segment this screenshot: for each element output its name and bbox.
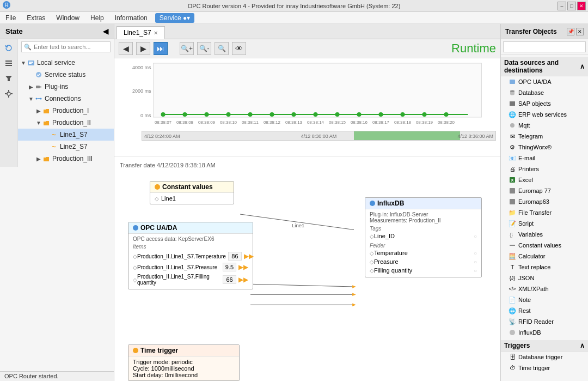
tree-item-line2-s7[interactable]: ~ Line2_S7 — [18, 141, 114, 153]
opc-access-label: OPC access data: KepServerEX6 — [133, 236, 248, 242]
tree-toggle[interactable]: ▼ — [35, 120, 42, 126]
tree-item-local-service[interactable]: ▼ Local service — [18, 57, 114, 69]
tree-toggle[interactable]: ▶ — [35, 156, 42, 162]
item-database-trigger-label: Database trigger — [518, 354, 562, 360]
service-button[interactable]: Service ●▾ — [155, 13, 195, 23]
item-time-trigger[interactable]: ⏱ Time trigger — [501, 362, 588, 373]
item-rest[interactable]: 🌐 Rest — [501, 305, 588, 316]
tree-item-production-i[interactable]: ▶ Production_I — [18, 105, 114, 117]
nav-icon[interactable] — [2, 57, 15, 70]
svg-marker-60 — [352, 293, 356, 296]
titlebar: R OPC Router version 4 - Provided for in… — [0, 0, 588, 12]
item-telegram[interactable]: ✉ Telegram — [501, 131, 588, 142]
settings-icon[interactable] — [2, 87, 15, 100]
menu-file[interactable]: File — [2, 13, 19, 23]
nav-prev-button[interactable]: ◀ — [119, 42, 133, 55]
item-json[interactable]: {J} JSON — [501, 273, 588, 283]
svg-point-33 — [292, 112, 296, 117]
collapse-arrow[interactable]: ◀ — [103, 27, 108, 35]
time-trigger-icon: ⏱ — [509, 364, 516, 372]
svg-text:08:38:10: 08:38:10 — [220, 120, 237, 125]
svg-point-38 — [401, 112, 405, 117]
item-mqtt[interactable]: Mqtt — [501, 120, 588, 131]
zoom-out-button[interactable]: 🔍- — [197, 42, 211, 55]
binoculars-button[interactable]: 👁 — [232, 42, 246, 55]
pin-button[interactable]: 📌 — [567, 28, 574, 35]
menu-help[interactable]: Help — [87, 13, 107, 23]
item-erp[interactable]: 🌐 ERP web services — [501, 109, 588, 120]
item-rfid[interactable]: 📡 RFID Reader — [501, 316, 588, 327]
item-printers[interactable]: 🖨 Printers — [501, 164, 588, 174]
svg-point-17 — [36, 98, 38, 100]
tree-item-connections[interactable]: ▼ Connections — [18, 93, 114, 105]
svg-text:{}: {} — [510, 232, 513, 238]
item-variables[interactable]: {} Variables — [501, 229, 588, 240]
item-opc-label: OPC UA/DA — [518, 78, 552, 85]
svg-point-34 — [314, 112, 318, 117]
item-text-replace[interactable]: T Text replace — [501, 262, 588, 273]
tree-toggle[interactable]: ▼ — [28, 96, 34, 102]
influx-felder-2-name: Preasure — [374, 258, 399, 265]
nav-next-button[interactable]: ▶ — [136, 42, 150, 55]
tree-item-line1-s7[interactable]: ~ Line1_S7 — [18, 129, 114, 141]
item-note[interactable]: 📄 Note — [501, 294, 588, 305]
zoom-in-button[interactable]: 🔍+ — [180, 42, 194, 55]
variables-icon: {} — [509, 231, 516, 238]
tree-item-production-ii[interactable]: ▼ Production_II — [18, 117, 114, 129]
zoom-fit-button[interactable]: 🔍 — [215, 42, 229, 55]
refresh-icon[interactable] — [2, 41, 15, 55]
menu-window[interactable]: Window — [53, 13, 83, 23]
tree-item-plugins[interactable]: ▶ Plug-ins — [18, 81, 114, 93]
item-calculator[interactable]: 🧮 Calculator — [501, 251, 588, 262]
panel-close-button[interactable]: ✕ — [576, 28, 584, 35]
tab-close-icon[interactable]: ✕ — [154, 30, 158, 36]
close-button[interactable]: ✕ — [577, 2, 586, 10]
item-script[interactable]: 📝 Script — [501, 218, 588, 229]
content-toolbar: ◀ ▶ ⏭ 🔍+ 🔍- 🔍 👁 Runtime — [114, 39, 500, 58]
printers-icon: 🖨 — [509, 165, 516, 173]
triggers-header[interactable]: Triggers ∧ — [501, 340, 588, 352]
item-influxdb[interactable]: InfluxDB — [501, 327, 588, 338]
tab-bar: Line1_S7 ✕ — [114, 24, 500, 39]
svg-point-66 — [510, 123, 514, 128]
item-database-trigger[interactable]: 🗄 Database trigger — [501, 352, 588, 362]
folder-icon — [42, 106, 51, 115]
tree-toggle[interactable]: ▶ — [28, 84, 34, 90]
maximize-button[interactable]: □ — [567, 2, 576, 10]
tab-line1-s7[interactable]: Line1_S7 ✕ — [117, 26, 165, 39]
nav-last-button[interactable]: ⏭ — [154, 42, 168, 55]
svg-rect-26 — [154, 63, 482, 117]
menu-extras[interactable]: Extras — [23, 13, 48, 23]
search-input[interactable] — [21, 41, 111, 52]
item-file-transfer[interactable]: 📁 File Transfer — [501, 207, 588, 218]
item-sap[interactable]: SAP objects — [501, 98, 588, 109]
data-sources-header[interactable]: Data sources and destinations ∧ — [501, 57, 588, 76]
tree-label-line2-s7: Line2_S7 — [60, 143, 88, 150]
item-opc-ua-da[interactable]: OPC UA/DA — [501, 76, 588, 87]
right-search-input[interactable] — [503, 41, 586, 52]
opc-box: OPC UA/DA OPC access data: KepServerEX6 … — [128, 222, 253, 289]
tree-toggle[interactable]: ▼ — [20, 60, 27, 66]
thingworx-icon: ⚙ — [509, 143, 516, 151]
menu-information[interactable]: Information — [112, 13, 151, 23]
item-email[interactable]: 📧 E-mail — [501, 153, 588, 164]
svg-text:08:38:19: 08:38:19 — [416, 120, 433, 125]
item-euromap63[interactable]: Euromap63 — [501, 196, 588, 207]
item-excel[interactable]: X Excel — [501, 174, 588, 185]
app-logo: R — [2, 1, 11, 11]
arrow-icon-2: ▶▶ — [238, 263, 248, 271]
influx-measurements: Measurements: Production_II — [370, 217, 477, 223]
item-database[interactable]: Database — [501, 87, 588, 98]
minimize-button[interactable]: – — [558, 2, 566, 10]
svg-point-37 — [379, 112, 383, 117]
filter-icon[interactable] — [2, 72, 15, 85]
tree-toggle[interactable]: ▶ — [35, 108, 42, 114]
tree-item-production-iii[interactable]: ▶ Production_III — [18, 153, 114, 165]
item-email-label: E-mail — [518, 155, 535, 161]
item-constant-values[interactable]: Constant values — [501, 240, 588, 251]
svg-point-40 — [444, 112, 449, 117]
tree-item-service-status[interactable]: Service status — [18, 69, 114, 81]
item-xmlxpath[interactable]: </> XML/XPath — [501, 283, 588, 294]
item-thingworx[interactable]: ⚙ ThingWorx® — [501, 142, 588, 153]
item-euromap77[interactable]: Euromap 77 — [501, 185, 588, 196]
